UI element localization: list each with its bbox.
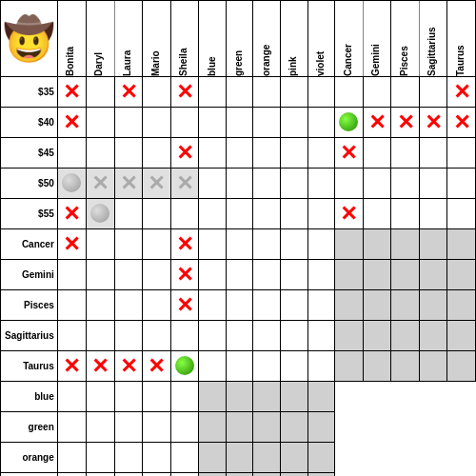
cell-45-daryl: [86, 138, 114, 169]
cell-taurus-gemini: [363, 351, 390, 382]
cell-orange-blue: [199, 443, 227, 473]
cell-green-sheila: [170, 412, 199, 443]
cell-pisces-mario: [143, 290, 170, 321]
cell-35-laura: ✕: [114, 77, 142, 108]
cell-taurus-blue: [199, 351, 227, 382]
cell-35-blue: [199, 77, 227, 108]
cell-taurus-laura: ✕: [114, 351, 142, 382]
cell-gemini-laura: [114, 260, 142, 290]
cell-45-cancer: ✕: [335, 138, 364, 169]
cell-cancer-green: [226, 229, 253, 260]
cell-green-green: [226, 412, 253, 443]
cell-50-blue: [199, 169, 227, 199]
cell-55-orange: [253, 199, 281, 229]
cell-55-daryl: [86, 199, 114, 229]
cell-sag-blue: [199, 321, 227, 351]
cell-45-laura: [114, 138, 142, 169]
cell-sag-bonita: [57, 321, 86, 351]
col-header-orange: orange: [253, 1, 281, 77]
cell-cancer-daryl: [86, 229, 114, 260]
cell-blue-pink: [280, 382, 307, 412]
cell-gemini-orange: [253, 260, 281, 290]
cell-50-pisces: [391, 169, 419, 199]
cell-35-pisces: [391, 77, 419, 108]
col-header-cancer: Cancer: [335, 1, 364, 77]
cell-orange-orange: [253, 443, 281, 473]
cell-55-gemini: [363, 199, 390, 229]
cell-cancer-cancer: [335, 229, 364, 260]
row-label-50: $50: [1, 169, 58, 199]
cell-gemini-sheila: ✕: [170, 260, 199, 290]
cell-35-daryl: [86, 77, 114, 108]
cell-green-mario: [143, 412, 170, 443]
col-header-blue: blue: [199, 1, 227, 77]
cell-pink-pink: [280, 473, 307, 477]
cell-40-sheila: [170, 108, 199, 138]
cell-45-gemini: [363, 138, 390, 169]
cell-50-laura: ✕: [114, 169, 142, 199]
cell-pink-sheila: [170, 473, 199, 477]
cell-pink-violet: [307, 473, 335, 477]
cell-40-pisces: ✕: [391, 108, 419, 138]
cell-55-taurus: [447, 199, 476, 229]
cell-cancer-mario: [143, 229, 170, 260]
cell-gemini-pink: [280, 260, 307, 290]
cell-45-violet: [307, 138, 335, 169]
cell-50-pink: [280, 169, 307, 199]
col-header-pisces: Pisces: [391, 1, 419, 77]
cell-taurus-pink: [280, 351, 307, 382]
cell-40-daryl: [86, 108, 114, 138]
cell-cancer-orange: [253, 229, 281, 260]
cell-50-daryl: ✕: [86, 169, 114, 199]
cell-35-violet: [307, 77, 335, 108]
cell-45-green: [226, 138, 253, 169]
cell-pisces-laura: [114, 290, 142, 321]
cell-45-mario: [143, 138, 170, 169]
cell-50-sheila: ✕: [170, 169, 199, 199]
cell-cancer-blue: [199, 229, 227, 260]
cell-cancer-laura: [114, 229, 142, 260]
cell-sag-violet: [307, 321, 335, 351]
cell-sag-taurus: [447, 321, 476, 351]
row-label-blue: blue: [1, 382, 58, 412]
col-header-taurus: Taurus: [447, 1, 476, 77]
cell-taurus-taurus: [447, 351, 476, 382]
row-label-gemini: Gemini: [1, 260, 58, 290]
cell-sag-cancer: [335, 321, 364, 351]
cell-45-sagittarius: [419, 138, 446, 169]
row-label-taurus: Taurus: [1, 351, 58, 382]
cell-35-cancer: [335, 77, 364, 108]
cell-50-gemini: [363, 169, 390, 199]
cell-cancer-bonita: ✕: [57, 229, 86, 260]
cell-taurus-bonita: ✕: [57, 351, 86, 382]
cell-pisces-cancer: [335, 290, 364, 321]
cell-pink-daryl: [86, 473, 114, 477]
cell-35-pink: [280, 77, 307, 108]
col-header-sheila: Sheila: [170, 1, 199, 77]
cell-40-gemini: ✕: [363, 108, 390, 138]
col-header-sagittarius: Sagittarius: [419, 1, 446, 77]
cell-35-mario: [143, 77, 170, 108]
cell-gemini-sagittarius: [419, 260, 446, 290]
cell-blue-sheila: [170, 382, 199, 412]
cell-45-pisces: [391, 138, 419, 169]
cell-green-laura: [114, 412, 142, 443]
cell-pink-bonita: [57, 473, 86, 477]
cell-orange-violet: [307, 443, 335, 473]
cell-gemini-blue: [199, 260, 227, 290]
row-label-pisces: Pisces: [1, 290, 58, 321]
cell-orange-bonita: [57, 443, 86, 473]
cell-gemini-bonita: [57, 260, 86, 290]
cell-taurus-orange: [253, 351, 281, 382]
cell-taurus-pisces: [391, 351, 419, 382]
cell-50-violet: [307, 169, 335, 199]
cell-50-green: [226, 169, 253, 199]
col-header-pink: pink: [280, 1, 307, 77]
cell-pisces-sheila: ✕: [170, 290, 199, 321]
cell-40-bonita: ✕: [57, 108, 86, 138]
cell-pisces-pink: [280, 290, 307, 321]
corner-cell: 🤠: [1, 1, 58, 77]
cell-45-bonita: [57, 138, 86, 169]
cell-blue-bonita: [57, 382, 86, 412]
row-label-35: $35: [1, 77, 58, 108]
